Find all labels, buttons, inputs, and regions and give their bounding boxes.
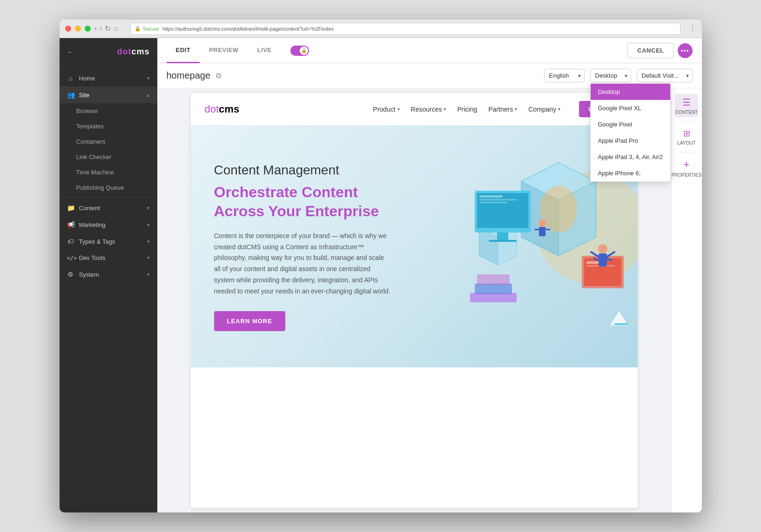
right-panel: ☰ CONTENT ⊞ LAYOUT + PROPERTIES bbox=[671, 88, 702, 512]
apple-ipad-34-label: Apple iPad 3, 4, Air, Air2 bbox=[598, 153, 663, 160]
google-pixel-label: Google Pixel bbox=[598, 121, 633, 128]
hero-content: Content Management Orchestrate Content A… bbox=[214, 162, 391, 331]
forward-nav-icon[interactable]: › bbox=[100, 24, 102, 33]
sidebar-item-home-label: Home bbox=[79, 75, 95, 82]
sidebar-back-button[interactable]: ← bbox=[67, 48, 74, 56]
dev-tools-arrow-icon: ▾ bbox=[147, 255, 150, 261]
back-nav-icon[interactable]: ‹ bbox=[94, 24, 97, 33]
tab-edit-label: EDIT bbox=[176, 47, 191, 53]
types-tags-nav-icon: 🏷 bbox=[67, 238, 74, 245]
device-select-wrapper: Desktop bbox=[590, 69, 631, 82]
content-nav-icon: 📁 bbox=[67, 204, 74, 212]
browser-label: Browser bbox=[76, 107, 99, 114]
nav-link-partners[interactable]: Partners ▾ bbox=[488, 106, 517, 113]
dropdown-item-google-pixel-xl[interactable]: Google Pixel XL bbox=[591, 100, 670, 116]
site-navigation: dotcms Product ▾ Resources ▾ bbox=[191, 93, 638, 126]
home-arrow-icon: ▾ bbox=[147, 75, 150, 81]
more-options-button[interactable]: ••• bbox=[678, 43, 693, 58]
company-label: Company bbox=[528, 106, 556, 113]
sidebar-item-content[interactable]: 📁 Content ▾ bbox=[60, 200, 157, 216]
dropdown-item-google-pixel[interactable]: Google Pixel bbox=[591, 116, 670, 133]
templates-label: Templates bbox=[76, 123, 104, 130]
company-chevron-icon: ▾ bbox=[558, 106, 560, 112]
main-area: EDIT PREVIEW LIVE 🔒 CANCEL bbox=[157, 38, 702, 512]
browser-window: ‹ › ↻ ⌂ 🔒 Secure https://authoring5.dotc… bbox=[60, 20, 702, 512]
dropdown-item-apple-iphone[interactable]: Apple iPhone 6, bbox=[591, 165, 670, 181]
browser-actions[interactable]: ⋮ bbox=[689, 24, 696, 33]
sidebar-item-dev-tools[interactable]: </> Dev Tools ▾ bbox=[60, 250, 157, 266]
site-arrow-icon: ▴ bbox=[147, 92, 150, 98]
tab-edit[interactable]: EDIT bbox=[167, 38, 200, 63]
svg-point-27 bbox=[598, 244, 607, 253]
nav-link-company[interactable]: Company ▾ bbox=[528, 106, 560, 113]
lock-icon: 🔒 bbox=[135, 26, 141, 32]
site-logo: dotcms bbox=[205, 103, 240, 115]
dropdown-item-desktop[interactable]: Desktop bbox=[591, 84, 670, 100]
hero-cta-button[interactable]: LEARN MORE bbox=[214, 311, 285, 331]
toggle-track[interactable]: 🔒 bbox=[290, 46, 309, 56]
svg-rect-13 bbox=[479, 202, 507, 203]
nav-link-product[interactable]: Product ▾ bbox=[373, 106, 399, 113]
product-chevron-icon: ▾ bbox=[397, 106, 400, 112]
reload-icon[interactable]: ↻ bbox=[105, 24, 111, 33]
marketing-nav-icon: 📢 bbox=[67, 221, 74, 228]
traffic-light-close[interactable] bbox=[65, 26, 71, 32]
site-nav-icon: 👥 bbox=[67, 91, 74, 99]
right-panel-layout[interactable]: ⊞ LAYOUT bbox=[675, 125, 698, 148]
toggle-thumb: 🔒 bbox=[300, 47, 308, 55]
copy-page-icon[interactable]: ⧉ bbox=[216, 72, 221, 80]
svg-rect-21 bbox=[475, 284, 512, 294]
layout-panel-label: LAYOUT bbox=[677, 140, 695, 146]
sidebar-item-types-tags[interactable]: 🏷 Types & Tags ▾ bbox=[60, 233, 157, 250]
language-select[interactable]: English Spanish French bbox=[544, 69, 585, 82]
sidebar-item-publishing-queue[interactable]: Publishing Queue bbox=[60, 180, 157, 195]
sidebar-item-types-tags-label: Types & Tags bbox=[79, 238, 115, 245]
device-select[interactable]: Desktop bbox=[590, 69, 631, 82]
properties-panel-icon: + bbox=[684, 159, 690, 171]
cancel-button[interactable]: CANCEL bbox=[627, 43, 673, 58]
sidebar-item-templates[interactable]: Templates bbox=[60, 119, 157, 134]
nav-divider-1 bbox=[60, 197, 157, 198]
nav-link-pricing[interactable]: Pricing bbox=[457, 106, 477, 113]
sidebar-item-system[interactable]: ⚙ System ▾ bbox=[60, 266, 157, 283]
svg-rect-20 bbox=[470, 293, 517, 302]
sidebar-item-containers[interactable]: Containers bbox=[60, 134, 157, 149]
right-panel-properties[interactable]: + PROPERTIES bbox=[675, 156, 698, 180]
tab-live-label: LIVE bbox=[257, 47, 272, 53]
svg-point-16 bbox=[539, 219, 546, 227]
traffic-light-minimize[interactable] bbox=[75, 26, 81, 32]
tab-live[interactable]: LIVE bbox=[248, 38, 281, 63]
right-panel-content[interactable]: ☰ CONTENT bbox=[675, 94, 698, 117]
site-nav-links: Product ▾ Resources ▾ Pricing bbox=[373, 101, 623, 117]
sidebar-item-browser[interactable]: Browser bbox=[60, 103, 157, 119]
svg-rect-22 bbox=[477, 274, 510, 285]
publish-toggle[interactable]: 🔒 bbox=[290, 46, 309, 56]
nav-link-resources[interactable]: Resources ▾ bbox=[411, 106, 446, 113]
traffic-light-maximize[interactable] bbox=[85, 26, 91, 32]
svg-rect-28 bbox=[599, 253, 607, 266]
sidebar-item-home[interactable]: ⌂ Home ▾ bbox=[60, 70, 157, 86]
sidebar-item-time-machine[interactable]: Time Machine bbox=[60, 165, 157, 180]
system-arrow-icon: ▾ bbox=[147, 272, 150, 278]
sidebar-item-system-label: System bbox=[79, 271, 99, 278]
home-icon[interactable]: ⌂ bbox=[114, 24, 118, 33]
sidebar-item-site[interactable]: 👥 Site ▴ bbox=[60, 86, 157, 103]
sidebar-item-link-checker[interactable]: Link Checker bbox=[60, 149, 157, 165]
dropdown-item-apple-ipad-pro[interactable]: Apple iPad Pro bbox=[591, 133, 670, 149]
google-pixel-xl-label: Google Pixel XL bbox=[598, 105, 641, 112]
svg-rect-15 bbox=[489, 240, 517, 242]
device-select-container: Desktop Desktop Google Pixel XL Google P… bbox=[590, 69, 631, 82]
sidebar-item-marketing[interactable]: 📢 Marketing ▾ bbox=[60, 216, 157, 233]
website-frame: dotcms Product ▾ Resources ▾ bbox=[191, 93, 638, 508]
browser-titlebar: ‹ › ↻ ⌂ 🔒 Secure https://authoring5.dotc… bbox=[60, 20, 702, 38]
visitor-select[interactable]: Default Visit... bbox=[637, 69, 693, 82]
time-machine-label: Time Machine bbox=[76, 169, 114, 176]
types-tags-arrow-icon: ▾ bbox=[147, 239, 150, 245]
partners-label: Partners bbox=[488, 106, 513, 113]
tab-preview[interactable]: PREVIEW bbox=[200, 38, 248, 63]
product-label: Product bbox=[373, 106, 395, 113]
sidebar-logo: dotcms bbox=[117, 47, 149, 57]
address-bar[interactable]: 🔒 Secure https://authoring5.dotcms.com/d… bbox=[130, 23, 680, 35]
dropdown-item-apple-ipad-34[interactable]: Apple iPad 3, 4, Air, Air2 bbox=[591, 149, 670, 165]
apple-iphone-label: Apple iPhone 6, bbox=[598, 170, 641, 177]
